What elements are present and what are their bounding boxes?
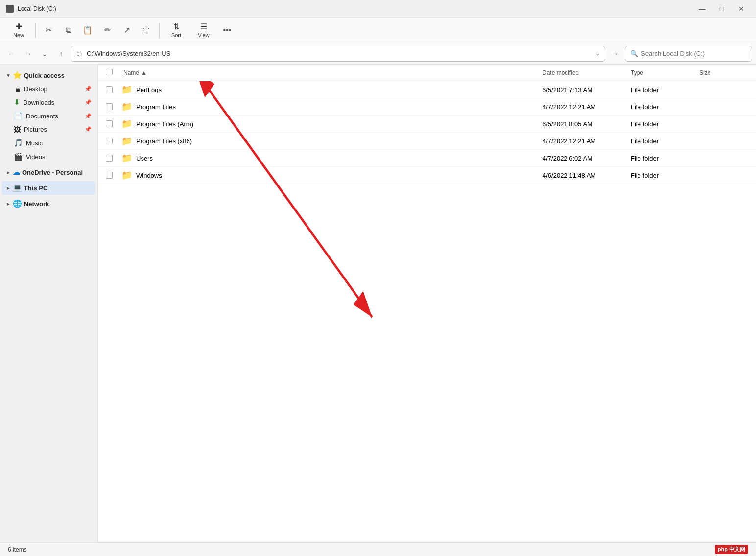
row-checkbox[interactable]	[106, 155, 113, 162]
pictures-icon: 🖼	[14, 125, 21, 134]
search-bar[interactable]: 🔍	[625, 46, 752, 62]
file-date: 4/6/2022 11:48 AM	[543, 172, 631, 179]
sidebar-item-downloads[interactable]: ⬇ Downloads 📌	[2, 95, 95, 109]
sidebar-section-quick-access: ▼ ⭐ Quick access 🖥 Desktop 📌 ⬇ Downloads…	[0, 69, 97, 163]
quick-access-chevron: ▼	[6, 73, 11, 78]
file-type: File folder	[631, 138, 699, 145]
sidebar-item-thispc[interactable]: ► 💻 This PC	[2, 181, 95, 195]
app-icon	[6, 5, 14, 13]
file-type: File folder	[631, 103, 699, 111]
item-count: 6 items	[8, 546, 27, 553]
quick-access-label: Quick access	[24, 72, 65, 79]
file-name-cell: 📁 Program Files	[106, 101, 543, 112]
close-button[interactable]: ✕	[732, 0, 750, 18]
toolbar-separator-1	[35, 23, 36, 38]
sidebar-item-documents[interactable]: 📄 Documents 📌	[2, 109, 95, 123]
file-date: 6/5/2021 7:13 AM	[543, 86, 631, 93]
addressbar-row: ← → ⌄ ↑ 🗂 C:\Windows\System32\en-US ⌄ → …	[0, 43, 756, 65]
thispc-icon: 💻	[13, 184, 22, 192]
file-name-text: Windows	[136, 172, 162, 179]
sidebar-item-onedrive[interactable]: ► ☁ OneDrive - Personal	[2, 165, 95, 179]
sidebar-item-desktop[interactable]: 🖥 Desktop 📌	[2, 82, 95, 95]
network-chevron: ►	[6, 201, 11, 207]
table-row[interactable]: 📁 Program Files (x86) 4/7/2022 12:21 AM …	[98, 133, 756, 150]
forward-button[interactable]: →	[21, 46, 35, 61]
table-row[interactable]: 📁 PerfLogs 6/5/2021 7:13 AM File folder	[98, 81, 756, 98]
table-row[interactable]: 📁 Windows 4/6/2022 11:48 AM File folder	[98, 167, 756, 184]
row-checkbox[interactable]	[106, 120, 113, 127]
table-row[interactable]: 📁 Users 4/7/2022 6:02 AM File folder	[98, 150, 756, 167]
select-all-checkbox[interactable]	[106, 69, 113, 75]
sidebar-item-pictures[interactable]: 🖼 Pictures 📌	[2, 123, 95, 136]
sidebar-section-thispc: ► 💻 This PC	[0, 181, 97, 195]
row-checkbox[interactable]	[106, 138, 113, 144]
row-checkbox-container	[106, 138, 118, 144]
header-name-label: Name	[123, 70, 139, 76]
paste-button[interactable]: 📋	[79, 22, 96, 39]
quick-access-icon: ⭐	[13, 71, 22, 80]
sidebar-item-music[interactable]: 🎵 Music	[2, 136, 95, 150]
folder-icon: 📁	[121, 101, 132, 112]
file-type: File folder	[631, 155, 699, 162]
music-label: Music	[26, 139, 92, 147]
row-checkbox-container	[106, 103, 118, 110]
row-checkbox[interactable]	[106, 86, 113, 93]
file-content-area: Name ▲ Date modified Type Size 📁 PerfLog…	[98, 65, 756, 542]
downloads-label: Downloads	[23, 99, 82, 106]
delete-button[interactable]: 🗑	[138, 22, 155, 39]
downloads-pin-icon: 📌	[85, 99, 92, 106]
sidebar-section-onedrive: ► ☁ OneDrive - Personal	[0, 165, 97, 179]
row-checkbox-container	[106, 172, 118, 179]
row-checkbox-container	[106, 86, 118, 93]
downloads-icon: ⬇	[14, 98, 20, 107]
recent-button[interactable]: ⌄	[37, 46, 52, 61]
php-badge: php 中文网	[715, 545, 748, 554]
table-row[interactable]: 📁 Program Files (Arm) 6/5/2021 8:05 AM F…	[98, 116, 756, 133]
status-bar: 6 items php 中文网	[0, 542, 756, 556]
onedrive-icon: ☁	[13, 168, 20, 177]
view-button[interactable]: ☰ View	[191, 20, 216, 41]
col-header-name: Name ▲	[106, 69, 543, 77]
share-button[interactable]: ↗	[118, 22, 136, 39]
view-icon: ☰	[200, 22, 207, 31]
new-button[interactable]: ✚ New	[6, 20, 31, 41]
folder-icon: 📁	[121, 170, 132, 181]
sort-button[interactable]: ⇅ Sort	[164, 20, 189, 41]
file-type: File folder	[631, 120, 699, 128]
folder-icon: 📁	[121, 118, 132, 129]
sidebar-section-network: ► 🌐 Network	[0, 197, 97, 210]
row-checkbox[interactable]	[106, 172, 113, 179]
address-bar[interactable]: 🗂 C:\Windows\System32\en-US ⌄	[71, 46, 605, 62]
file-date: 4/7/2022 6:02 AM	[543, 155, 631, 162]
minimize-button[interactable]: —	[693, 0, 711, 18]
up-button[interactable]: ↑	[54, 46, 69, 61]
title-bar: Local Disk (C:) — □ ✕	[0, 0, 756, 18]
search-input[interactable]	[641, 50, 747, 57]
table-row[interactable]: 📁 Program Files 4/7/2022 12:21 AM File f…	[98, 98, 756, 116]
row-checkbox[interactable]	[106, 103, 113, 110]
sort-icon: ⇅	[173, 22, 180, 31]
file-name-cell: 📁 Program Files (Arm)	[106, 118, 543, 129]
rename-button[interactable]: ✏	[98, 22, 116, 39]
cut-button[interactable]: ✂	[40, 22, 57, 39]
documents-label: Documents	[26, 113, 82, 120]
desktop-pin-icon: 📌	[85, 86, 92, 92]
sidebar-item-quick-access[interactable]: ▼ ⭐ Quick access	[2, 69, 95, 82]
back-button[interactable]: ←	[4, 46, 19, 61]
row-checkbox-container	[106, 120, 118, 127]
column-headers: Name ▲ Date modified Type Size	[98, 65, 756, 81]
copy-button[interactable]: ⧉	[59, 22, 77, 39]
sidebar-item-videos[interactable]: 🎬 Videos	[2, 150, 95, 163]
window-title: Local Disk (C:)	[18, 5, 56, 12]
address-dropdown-icon[interactable]: ⌄	[595, 50, 600, 57]
sidebar: ▼ ⭐ Quick access 🖥 Desktop 📌 ⬇ Downloads…	[0, 65, 98, 542]
toolbar-separator-2	[159, 23, 160, 38]
file-name-text: Users	[136, 155, 153, 162]
go-button[interactable]: →	[607, 46, 623, 62]
file-type: File folder	[631, 86, 699, 93]
maximize-button[interactable]: □	[713, 0, 731, 18]
file-name-cell: 📁 Users	[106, 153, 543, 163]
address-bar-icon: 🗂	[76, 50, 83, 58]
sidebar-item-network[interactable]: ► 🌐 Network	[2, 197, 95, 210]
more-button[interactable]: •••	[218, 22, 236, 39]
